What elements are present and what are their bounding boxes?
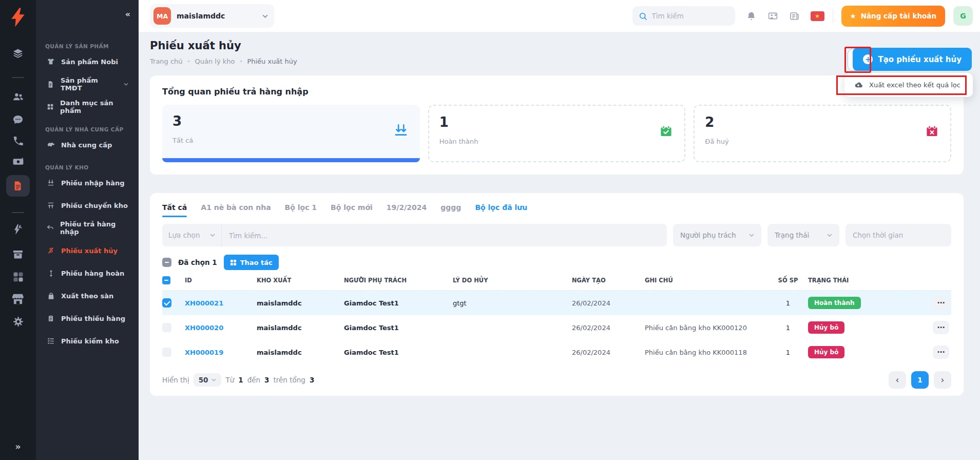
page-size-select[interactable]: 50 (194, 373, 222, 387)
search-group: Lựa chọn (162, 224, 667, 246)
screen-share-icon[interactable] (767, 11, 778, 22)
table-footer: Hiển thị 50 Từ 1 đến 3 trên tổng 3 ‹ 1 › (162, 371, 951, 389)
chevron-down-icon (124, 83, 128, 86)
row-more-button[interactable]: ⋯ (933, 296, 949, 310)
time-filter-input[interactable] (853, 231, 944, 239)
bell-icon[interactable] (746, 11, 757, 22)
select-all-checkbox[interactable] (162, 258, 171, 267)
row-more-button[interactable]: ⋯ (933, 321, 949, 334)
create-phieu-xuat-huy-button[interactable]: + Tạo phiếu xuất hủy (853, 48, 972, 71)
icon-rail: » (0, 0, 36, 460)
search-input[interactable] (652, 12, 729, 20)
store-icon[interactable] (11, 292, 25, 305)
gear-icon[interactable] (12, 316, 24, 328)
calendar-check-icon (659, 124, 673, 138)
sidebar-item-label: Danh mục sản phẩm (60, 99, 128, 114)
cell-assignee: Giamdoc Test1 (344, 299, 453, 307)
row-more-button[interactable]: ⋯ (933, 346, 949, 359)
users-icon[interactable] (12, 90, 25, 103)
export-excel-menu-item[interactable]: Xuất excel theo kết quả lọc (844, 73, 973, 97)
expand-sidebar-icon[interactable]: » (15, 442, 21, 452)
apps-grid-icon[interactable] (12, 271, 24, 283)
cell-id[interactable]: XH000020 (185, 324, 257, 332)
global-search[interactable] (632, 6, 735, 26)
breadcrumb-warehouse[interactable]: Quản lý kho (195, 57, 235, 65)
sidebar-item-label: Phiếu hàng hoàn (61, 270, 124, 277)
sidebar-item-xuat-theo-san[interactable]: Xuất theo sàn (43, 284, 131, 307)
export-excel-label: Xuất excel theo kết quả lọc (869, 81, 960, 89)
search-field-select[interactable]: Lựa chọn (162, 224, 222, 246)
sidebar-item-phieu-xuat-huy[interactable]: Phiếu xuất hủy (43, 239, 131, 262)
archive-box-icon[interactable] (12, 248, 24, 260)
tab-a1-ne-ba-con-nha[interactable]: A1 nè bà con nha (201, 203, 271, 217)
layers-icon[interactable] (12, 47, 24, 60)
breadcrumb-separator: • (187, 59, 190, 64)
sidebar-item-san-pham-tmdt[interactable]: Sản phẩm TMĐT (43, 73, 131, 95)
stat-card-completed[interactable]: 1 Hoàn thành (428, 105, 686, 162)
sidebar-item-phieu-nhap-hang[interactable]: Phiếu nhập hàng (43, 171, 131, 194)
table-row[interactable]: XH000021 maislamddc Giamdoc Test1 gtgt 2… (162, 291, 951, 315)
show-label: Hiển thị (162, 376, 189, 384)
upgrade-account-button[interactable]: ★ Nâng cấp tài khoản (841, 6, 945, 27)
tab-bo-loc-da-luu[interactable]: Bộ lọc đã lưu (475, 203, 527, 217)
assignee-filter-select[interactable]: Người phụ trách (673, 224, 761, 246)
tab-bo-loc-1[interactable]: Bộ lọc 1 (285, 203, 317, 217)
table-search-input[interactable] (229, 232, 660, 240)
assignee-filter-label: Người phụ trách (680, 231, 736, 239)
collapse-sidebar-icon[interactable]: « (125, 9, 130, 19)
sidebar-item-phieu-thieu-hang[interactable]: Phiếu thiếu hàng (43, 307, 131, 330)
flash-a-icon[interactable] (12, 223, 24, 236)
transactions-icon[interactable] (12, 155, 25, 168)
row-checkbox[interactable] (162, 348, 171, 357)
breadcrumb-home[interactable]: Trang chủ (150, 57, 183, 65)
sidebar-item-phieu-hang-hoan[interactable]: Phiếu hàng hoàn (43, 262, 131, 284)
documents-icon-active[interactable] (6, 175, 30, 197)
sidebar-item-phieu-kiem-kho[interactable]: Phiếu kiểm kho (43, 330, 131, 352)
stat-label: Hoàn thành (439, 138, 675, 145)
stat-card-all[interactable]: 3 Tất cả (162, 105, 420, 162)
tab-bo-loc-moi[interactable]: Bộ lọc mới (331, 203, 373, 217)
prev-page-button[interactable]: ‹ (889, 371, 906, 389)
user-avatar[interactable]: G (953, 6, 973, 26)
to-label: đến (247, 376, 260, 384)
sidebar-section-warehouse: QUẢN LÝ KHO (45, 164, 129, 170)
main-content: Phiếu xuất hủy Trang chủ • Quản lý kho •… (139, 32, 980, 460)
sidebar-item-san-pham-nobi[interactable]: Sản phẩm Nobi (43, 50, 131, 73)
row-checkbox[interactable] (162, 298, 171, 308)
tab-gggg[interactable]: gggg (440, 203, 461, 217)
table-row[interactable]: XH000019 maislamddc Giamdoc Test1 26/02/… (162, 340, 951, 365)
stat-card-cancelled[interactable]: 2 Đã huỷ (694, 105, 951, 162)
topbar-divider (833, 9, 833, 23)
search-icon (639, 12, 647, 21)
next-page-button[interactable]: › (934, 371, 951, 389)
sidebar: « QUẢN LÝ SẢN PHẨM Sản phẩm Nobi Sản phẩ… (36, 0, 139, 460)
sidebar-item-danh-muc-san-pham[interactable]: Danh mục sản phẩm (43, 95, 131, 118)
sidebar-item-nha-cung-cap[interactable]: Nhà cung cấp (43, 133, 131, 156)
table-row[interactable]: XH000020 maislamddc Giamdoc Test1 26/02/… (162, 315, 951, 340)
tshirt-icon (46, 57, 55, 66)
row-checkbox[interactable] (162, 323, 171, 332)
sidebar-item-phieu-chuyen-kho[interactable]: Phiếu chuyển kho (43, 194, 131, 217)
file-icon (46, 81, 55, 88)
breadcrumb: Trang chủ • Quản lý kho • Phiếu xuất hủy (150, 57, 964, 65)
status-filter-select[interactable]: Trạng thái (767, 224, 839, 246)
current-page-button[interactable]: 1 (911, 371, 929, 389)
sidebar-item-phieu-tra-hang-nhap[interactable]: Phiếu trả hàng nhập (43, 217, 131, 239)
rail-divider (12, 77, 24, 78)
cell-id[interactable]: XH000019 (185, 349, 257, 356)
header-checkbox[interactable] (162, 276, 170, 284)
news-icon[interactable] (789, 11, 800, 22)
chat-icon[interactable] (12, 113, 24, 126)
tab-19-2-2024[interactable]: 19/2/2024 (387, 203, 427, 217)
cell-id[interactable]: XH000021 (185, 299, 257, 307)
cell-qty: 1 (768, 324, 808, 332)
phone-icon[interactable] (12, 135, 24, 147)
sidebar-item-label: Phiếu kiểm kho (61, 337, 119, 345)
bulk-action-button[interactable]: Thao tác (224, 255, 279, 270)
total-value: 3 (310, 376, 314, 384)
tab-tat-ca[interactable]: Tất cả (162, 203, 187, 217)
topbar: MA maislamddc ★ ★ Nâng cấp tài khoản G (139, 0, 980, 32)
col-ghi-chu: GHI CHÚ (645, 277, 768, 284)
workspace-switcher[interactable]: MA maislamddc (150, 4, 274, 28)
vietnam-flag-icon[interactable]: ★ (811, 11, 824, 21)
